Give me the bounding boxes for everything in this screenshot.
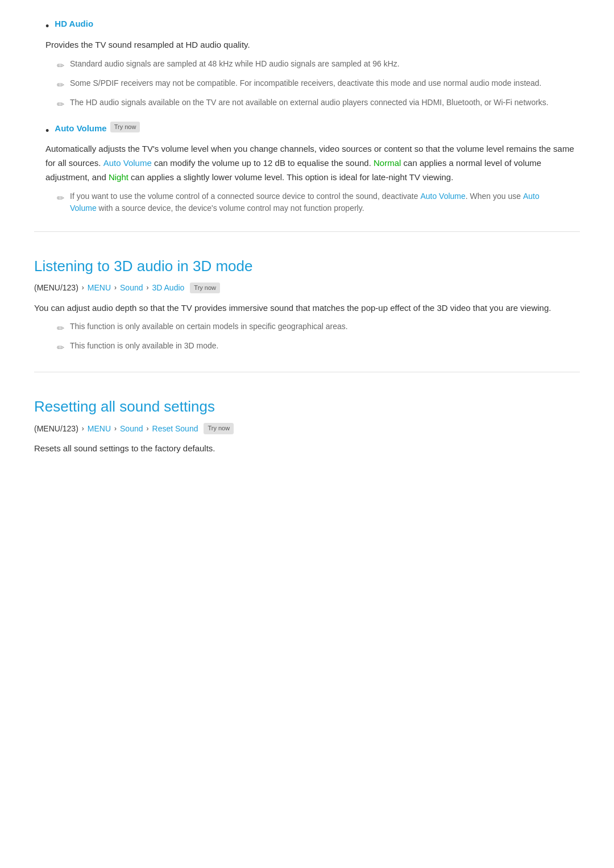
resetting-sound-body: Resets all sound settings to the factory… <box>34 442 580 456</box>
bullet-dot: • <box>45 123 49 139</box>
note-text-3: The HD audio signals available on the TV… <box>70 97 549 109</box>
note-item: ✏ This function is only available in 3D … <box>57 340 580 355</box>
resetting-sound-section: Resetting all sound settings (MENU/123) … <box>34 395 580 456</box>
chevron-right-icon: › <box>82 423 84 434</box>
note-item: ✏ If you want to use the volume control … <box>57 190 580 214</box>
chevron-right-icon: › <box>147 283 149 293</box>
night-highlight: Night <box>109 172 128 182</box>
auto-volume-inline: Auto Volume <box>420 192 465 201</box>
breadcrumb-menu123: (MENU/123) <box>34 422 78 435</box>
breadcrumb-sound-reset: Sound <box>120 422 143 435</box>
normal-highlight: Normal <box>374 158 401 168</box>
pencil-icon: ✏ <box>57 322 64 335</box>
pencil-icon: ✏ <box>57 192 64 205</box>
bullet-dot: • <box>45 18 49 35</box>
try-now-badge-3d[interactable]: Try now <box>190 283 220 294</box>
note-item: ✏ Some S/PDIF receivers may not be compa… <box>57 77 580 92</box>
pencil-icon: ✏ <box>57 98 64 111</box>
section-divider-2 <box>34 372 580 372</box>
note-text-2: Some S/PDIF receivers may not be compati… <box>70 77 542 89</box>
chevron-right-icon: › <box>82 283 84 293</box>
breadcrumb-3d-audio: 3D Audio <box>152 281 185 294</box>
note-item: ✏ The HD audio signals available on the … <box>57 97 580 111</box>
listening-3d-section: Listening to 3D audio in 3D mode (MENU/1… <box>34 255 580 355</box>
hd-audio-notes: ✏ Standard audio signals are sampled at … <box>34 58 580 111</box>
chevron-right-icon: › <box>114 283 117 293</box>
resetting-sound-heading: Resetting all sound settings <box>34 395 580 419</box>
auto-volume-highlight: Auto Volume <box>103 158 152 168</box>
note-text-auto-volume: If you want to use the volume control of… <box>70 190 580 214</box>
breadcrumb-reset-sound: Reset Sound <box>152 422 198 435</box>
chevron-right-icon: › <box>147 423 149 434</box>
breadcrumb-sound: Sound <box>120 281 143 294</box>
breadcrumb-menu123: (MENU/123) <box>34 281 78 294</box>
try-now-badge[interactable]: Try now <box>110 122 140 133</box>
auto-volume-bullet: • Auto Volume Try now <box>34 122 580 139</box>
note-item: ✏ Standard audio signals are sampled at … <box>57 58 580 73</box>
auto-volume-section: • Auto Volume Try now Automatically adju… <box>34 122 580 214</box>
hd-audio-bullet: • HD Audio <box>34 17 580 35</box>
breadcrumb-menu: MENU <box>88 281 111 294</box>
chevron-right-icon: › <box>114 423 117 434</box>
auto-volume-description: Automatically adjusts the TV's volume le… <box>34 142 580 184</box>
hd-audio-description: Provides the TV sound resampled at HD au… <box>34 38 580 52</box>
hd-audio-title: HD Audio <box>55 17 93 31</box>
listening-3d-notes: ✏ This function is only available on cer… <box>34 321 580 355</box>
note-item: ✏ This function is only available on cer… <box>57 321 580 335</box>
note-text-1: Standard audio signals are sampled at 48… <box>70 58 400 70</box>
note-text-3d-1: This function is only available on certa… <box>70 321 348 333</box>
try-now-badge-reset[interactable]: Try now <box>204 423 234 434</box>
resetting-sound-breadcrumb: (MENU/123) › MENU › Sound › Reset Sound … <box>34 422 580 435</box>
auto-volume-inline2: Auto Volume <box>70 192 540 213</box>
auto-volume-title: Auto Volume <box>55 122 106 135</box>
pencil-icon: ✏ <box>57 59 64 73</box>
listening-3d-heading: Listening to 3D audio in 3D mode <box>34 255 580 279</box>
pencil-icon: ✏ <box>57 78 64 92</box>
listening-3d-breadcrumb: (MENU/123) › MENU › Sound › 3D Audio Try… <box>34 281 580 294</box>
pencil-icon: ✏ <box>57 341 64 355</box>
note-text-3d-2: This function is only available in 3D mo… <box>70 340 218 352</box>
auto-volume-notes: ✏ If you want to use the volume control … <box>34 190 580 214</box>
section-divider <box>34 231 580 232</box>
listening-3d-body: You can adjust audio depth so that the T… <box>34 301 580 315</box>
hd-audio-section: • HD Audio Provides the TV sound resampl… <box>34 17 580 111</box>
breadcrumb-menu: MENU <box>88 422 111 435</box>
